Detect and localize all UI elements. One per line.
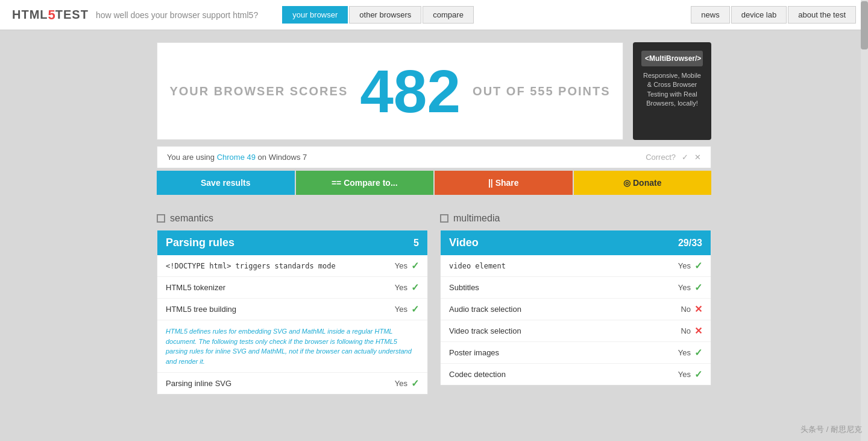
top-bar: HTML5TEST how well does your browser sup…	[0, 0, 868, 30]
check-icon: ✓	[694, 260, 702, 271]
scrollbar-thumb[interactable]	[861, 1, 868, 49]
table-row: Subtitles Yes ✓	[441, 277, 711, 299]
table-row: video element Yes ✓	[441, 255, 711, 277]
video-card: Video 29/33 video element Yes ✓ Subtitle…	[440, 230, 711, 385]
score-label-after: OUT OF 555 POINTS	[473, 84, 610, 98]
parsing-rules-card: Parsing rules 5 <!DOCTYPE html> triggers…	[157, 230, 428, 395]
feature-name: HTML5 tree building	[166, 305, 395, 314]
feature-result: Yes ✓	[678, 369, 702, 380]
tab-your-browser[interactable]: your browser	[282, 6, 348, 24]
parsing-rules-title: Parsing rules	[166, 236, 234, 249]
table-row: Poster images Yes ✓	[441, 342, 711, 364]
table-row: Audio track selection No ✕	[441, 299, 711, 320]
share-button[interactable]: || Share	[435, 171, 573, 195]
ad-logo: <MultiBrowser/>	[641, 51, 703, 66]
save-results-button[interactable]: Save results	[157, 171, 295, 195]
donate-button[interactable]: ◎ Donate	[574, 171, 712, 195]
browser-info-text: You are using Chrome 49 on Windows 7	[167, 153, 307, 162]
multimedia-section: multimedia Video 29/33 video element Yes…	[440, 213, 711, 397]
feature-result: Yes ✓	[395, 260, 419, 271]
sections: semantics Parsing rules 5 <!DOCTYPE html…	[157, 213, 711, 397]
table-row: Parsing inline SVG Yes ✓	[157, 373, 427, 394]
feature-result: No ✕	[681, 325, 702, 337]
multimedia-title: multimedia	[453, 213, 500, 224]
nav-right: news device lab about the test	[691, 6, 856, 24]
feature-name: <!DOCTYPE html> triggers standards mode	[166, 261, 395, 270]
feature-result: Yes ✓	[678, 347, 702, 358]
check-icon: ✓	[411, 303, 419, 315]
check-icon: ✓	[411, 260, 419, 271]
semantics-checkbox-icon	[157, 214, 165, 223]
browser-os: Windows 7	[269, 153, 307, 162]
watermark: 头条号 / 耐思尼克	[800, 424, 862, 435]
tab-about-the-test[interactable]: about the test	[788, 6, 856, 24]
tab-compare[interactable]: compare	[423, 6, 474, 24]
score-label-before: YOUR BROWSER SCORES	[169, 84, 348, 98]
check-icon: ✓	[411, 378, 419, 389]
cross-icon: ✕	[694, 325, 702, 337]
check-icon: ✓	[411, 282, 419, 293]
main-content: YOUR BROWSER SCORES 482 OUT OF 555 POINT…	[157, 30, 711, 409]
feature-name: HTML5 tokenizer	[166, 283, 395, 292]
feature-name: Codec detection	[449, 370, 678, 379]
ad-box[interactable]: <MultiBrowser/> Responsive, Mobile & Cro…	[633, 42, 711, 140]
cross-icon: ✕	[694, 303, 702, 315]
table-row: Video track selection No ✕	[441, 320, 711, 342]
browser-info-prefix: You are using	[167, 153, 217, 162]
browser-link[interactable]: Chrome 49	[217, 153, 256, 162]
video-header: Video 29/33	[441, 230, 711, 255]
table-row: HTML5 tree building Yes ✓	[157, 299, 427, 320]
semantics-title: semantics	[170, 213, 213, 224]
video-score: 29/33	[678, 238, 702, 249]
score-box: YOUR BROWSER SCORES 482 OUT OF 555 POINT…	[157, 42, 623, 140]
compare-button[interactable]: == Compare to...	[296, 171, 434, 195]
feature-result: Yes ✓	[395, 303, 419, 315]
video-body: video element Yes ✓ Subtitles Yes ✓	[441, 255, 711, 385]
check-icon: ✓	[694, 282, 702, 293]
feature-result: Yes ✓	[395, 378, 419, 389]
feature-name: Parsing inline SVG	[166, 379, 395, 388]
parsing-rules-note: HTML5 defines rules for embedding SVG an…	[157, 320, 427, 373]
check-icon: ✓	[694, 369, 702, 380]
table-row: <!DOCTYPE html> triggers standards mode …	[157, 255, 427, 277]
feature-name: Subtitles	[449, 283, 678, 292]
score-area: YOUR BROWSER SCORES 482 OUT OF 555 POINT…	[157, 42, 711, 140]
parsing-rules-header: Parsing rules 5	[157, 230, 427, 255]
feature-result: No ✕	[681, 303, 702, 315]
logo-html-text: HTML	[12, 8, 48, 22]
table-row: Codec detection Yes ✓	[441, 364, 711, 385]
score-number: 482	[360, 61, 461, 121]
video-title: Video	[449, 236, 479, 249]
feature-result: Yes ✓	[395, 282, 419, 293]
logo-5-text: 5	[48, 7, 55, 23]
multimedia-checkbox-icon	[440, 214, 448, 223]
parsing-rules-body: <!DOCTYPE html> triggers standards mode …	[157, 255, 427, 394]
tab-device-lab[interactable]: device lab	[731, 6, 787, 24]
feature-name: Audio track selection	[449, 305, 681, 314]
action-buttons: Save results == Compare to... || Share ◎…	[157, 171, 711, 195]
feature-result: Yes ✓	[678, 282, 702, 293]
correct-label: Correct?	[646, 153, 676, 162]
feature-result: Yes ✓	[678, 260, 702, 271]
ad-tagline: Responsive, Mobile & Cross Browser Testi…	[641, 71, 703, 109]
nav-left: your browser other browsers compare	[282, 6, 474, 24]
tab-other-browsers[interactable]: other browsers	[349, 6, 421, 24]
correct-check[interactable]: ✓	[682, 153, 688, 162]
feature-name: video element	[449, 261, 678, 270]
browser-info-bar: You are using Chrome 49 on Windows 7 Cor…	[157, 146, 711, 168]
browser-info-mid: on	[256, 153, 269, 162]
logo: HTML5TEST how well does your browser sup…	[12, 7, 258, 23]
scrollbar[interactable]	[861, 0, 868, 441]
table-row: HTML5 tokenizer Yes ✓	[157, 277, 427, 299]
feature-name: Video track selection	[449, 326, 681, 335]
tab-news[interactable]: news	[691, 6, 729, 24]
logo-test-text: TEST	[55, 8, 89, 22]
correct-cross[interactable]: ✕	[694, 153, 701, 162]
multimedia-header: multimedia	[440, 213, 711, 224]
feature-name: Poster images	[449, 348, 678, 357]
logo-tagline: how well does your browser support html5…	[96, 10, 258, 20]
correct-area: Correct? ✓ ✕	[646, 153, 701, 162]
semantics-header: semantics	[157, 213, 428, 224]
semantics-section: semantics Parsing rules 5 <!DOCTYPE html…	[157, 213, 428, 397]
parsing-rules-score: 5	[414, 238, 419, 249]
